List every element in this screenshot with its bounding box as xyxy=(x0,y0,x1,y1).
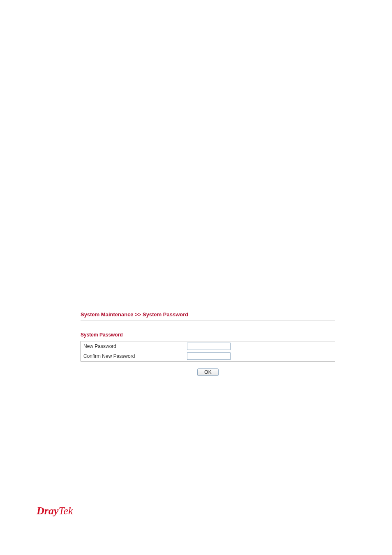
breadcrumb: System Maintenance >> System Password xyxy=(81,311,335,320)
table-row: New Password xyxy=(81,341,335,352)
table-row: Confirm New Password xyxy=(81,351,335,362)
logo-bold-part: Dray xyxy=(37,505,58,517)
logo-light-part: Tek xyxy=(58,505,73,517)
new-password-label: New Password xyxy=(81,341,185,352)
confirm-password-input[interactable] xyxy=(187,352,231,360)
password-panel: System Maintenance >> System Password Sy… xyxy=(81,311,335,376)
new-password-input[interactable] xyxy=(187,343,231,350)
confirm-password-label: Confirm New Password xyxy=(81,351,185,362)
button-row: OK xyxy=(81,368,335,376)
password-form-table: New Password Confirm New Password xyxy=(81,341,335,362)
footer-logo: DrayTek xyxy=(37,504,73,517)
new-password-cell xyxy=(184,341,335,352)
confirm-password-cell xyxy=(184,351,335,362)
section-title: System Password xyxy=(81,332,335,338)
ok-button[interactable]: OK xyxy=(197,368,218,376)
